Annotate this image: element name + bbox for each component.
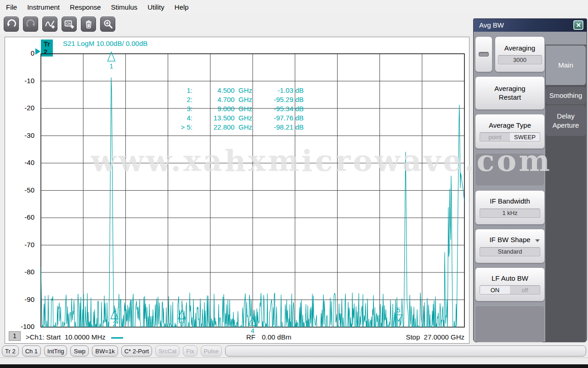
- svg-text:1: 1: [109, 62, 113, 70]
- blank-button-1: [475, 153, 545, 186]
- chevron-down-icon: [535, 239, 540, 242]
- y-tick-label: -60: [10, 213, 34, 221]
- y-tick-label: -70: [10, 241, 34, 249]
- marker-row: > 5:22.800 GHz-98.21 dB: [166, 123, 304, 132]
- menu-file[interactable]: File: [1, 3, 22, 11]
- y-tick-label: -30: [10, 131, 34, 139]
- svg-text:2: 2: [113, 320, 116, 328]
- undo-button[interactable]: [4, 17, 19, 32]
- close-icon[interactable]: [573, 20, 583, 30]
- marker-2-icon: [111, 310, 118, 319]
- zoom-in-button[interactable]: [100, 17, 115, 32]
- status-button-tr-2[interactable]: Tr 2: [2, 345, 19, 357]
- marker-readout-table: 1:4.500 GHz-1.03 dB2:4.700 GHz-95.29 dB3…: [166, 86, 304, 132]
- trace-badge[interactable]: Tr 2: [41, 40, 53, 57]
- channel-status-line: >Ch1: Start 10.0000 MHz RF0.00 dBm Stop …: [5, 333, 470, 343]
- marker-4-icon: [249, 317, 256, 326]
- lf-auto-bw-button-option-off[interactable]: off: [510, 286, 540, 294]
- menu-stimulus[interactable]: Stimulus: [106, 3, 143, 11]
- y-tick-label: 0: [10, 49, 34, 57]
- rf-power-label: RF0.00 dBm: [246, 333, 291, 341]
- add-channel-icon: Ch: [64, 18, 75, 29]
- lf-auto-bw-button[interactable]: LF Auto BWONoff: [475, 267, 545, 301]
- trace-format-label: S21 LogM 10.00dB/ 0.00dB: [63, 40, 147, 47]
- divider: [0, 357, 588, 358]
- panel-body: MainSmoothingDelay Aperture Averaging300…: [474, 32, 587, 343]
- y-tick-label: -50: [10, 186, 34, 194]
- status-button-pulse: Pulse: [201, 345, 222, 357]
- channel-number-badge: 1: [9, 331, 21, 341]
- marker-3-icon: [178, 310, 186, 319]
- y-tick-label: -20: [10, 104, 34, 112]
- status-button-srccal: SrcCal: [155, 345, 180, 357]
- average-type-button-option-sweep[interactable]: SWEEP: [510, 133, 540, 141]
- status-button-fix: Fix: [183, 345, 197, 357]
- window-bottom-edge: [0, 364, 588, 368]
- marker-row: 4:13.500 GHz-97.76 dB: [166, 113, 304, 123]
- svg-text:5: 5: [397, 306, 401, 314]
- tab-delay-aperture[interactable]: Delay Aperture: [546, 105, 586, 136]
- status-button-swp[interactable]: Swp: [70, 345, 89, 357]
- y-tick-label: -90: [10, 295, 34, 303]
- status-button-bw-1k[interactable]: BW=1k: [92, 345, 118, 357]
- delete-trace-icon: [83, 18, 94, 29]
- zoom-in-icon: [102, 18, 113, 29]
- svg-text:3: 3: [180, 320, 184, 328]
- add-trace-icon: [45, 18, 56, 29]
- average-type-button-option-point[interactable]: point: [480, 133, 510, 141]
- add-trace-button[interactable]: [42, 17, 57, 32]
- marker-1-icon: [107, 52, 115, 61]
- delete-trace-button[interactable]: [81, 17, 96, 32]
- reference-level-arrow-icon: [35, 48, 40, 55]
- undo-icon: [6, 18, 17, 29]
- channel-window: Tr 2 S21 LogM 10.00dB/ 0.00dB 0-10-20-30…: [5, 37, 469, 344]
- menu-response[interactable]: Response: [65, 3, 106, 11]
- redo-icon: [25, 18, 36, 29]
- stop-frequency-label: Stop 27.0000 GHz: [406, 333, 464, 341]
- menu-bar: FileInstrumentResponseStimulusUtilityHel…: [0, 0, 588, 14]
- menu-help[interactable]: Help: [170, 3, 194, 11]
- tab-main[interactable]: Main: [546, 45, 586, 85]
- y-tick-label: -40: [10, 159, 34, 166]
- marker-row: 3:9.000 GHz-95.34 dB: [166, 104, 304, 113]
- marker-row: 2:4.700 GHz-95.29 dB: [166, 95, 304, 104]
- menu-instrument[interactable]: Instrument: [22, 3, 65, 11]
- indicator-light-icon: [479, 52, 489, 57]
- if-bandwidth-button[interactable]: IF Bandwidth1 kHz: [475, 190, 545, 225]
- status-button-inttrig[interactable]: IntTrig: [44, 345, 67, 357]
- y-tick-label: -80: [10, 268, 34, 276]
- y-tick-label: -10: [10, 77, 34, 85]
- avg-bw-panel: Avg BW MainSmoothingDelay Aperture Avera…: [473, 18, 587, 342]
- if-bw-shape-button[interactable]: IF BW ShapeStandard: [475, 229, 545, 263]
- averaging-enable-toggle[interactable]: [475, 36, 492, 72]
- svg-text:Ch: Ch: [66, 22, 70, 26]
- add-channel-button[interactable]: Ch: [62, 17, 77, 32]
- averaging-button[interactable]: Averaging3000: [495, 36, 545, 72]
- marker-5-icon: [395, 315, 402, 321]
- panel-title: Avg BW: [474, 19, 587, 32]
- y-tick-label: -100: [10, 323, 34, 330]
- status-button-bar: Tr 2Ch 1IntTrigSwpBW=1kC* 2-PortSrcCalFi…: [2, 345, 586, 357]
- start-frequency-label: >Ch1: Start 10.0000 MHz: [26, 333, 123, 341]
- redo-button: [23, 17, 38, 32]
- status-button-c-2-port[interactable]: C* 2-Port: [121, 345, 152, 357]
- status-message-area: [225, 345, 586, 357]
- if-bandwidth-button-value: 1 kHz: [480, 209, 540, 218]
- status-button-ch-1[interactable]: Ch 1: [22, 345, 41, 357]
- s21-trace-plot: 12345: [5, 37, 470, 344]
- menu-utility[interactable]: Utility: [142, 3, 170, 11]
- tab-smoothing[interactable]: Smoothing: [546, 87, 586, 104]
- panel-tab-column: MainSmoothingDelay Aperture: [545, 45, 586, 342]
- trace-color-indicator: [111, 337, 123, 339]
- if-bw-shape-button-value: Standard: [480, 247, 540, 256]
- average-type-button[interactable]: Average TypepointSWEEP: [475, 114, 545, 149]
- averaging-restart-button[interactable]: Averaging Restart: [475, 76, 545, 110]
- blank-button-2: [475, 306, 545, 342]
- lf-auto-bw-button-option-on[interactable]: ON: [480, 286, 510, 294]
- marker-row: 1:4.500 GHz-1.03 dB: [166, 86, 304, 95]
